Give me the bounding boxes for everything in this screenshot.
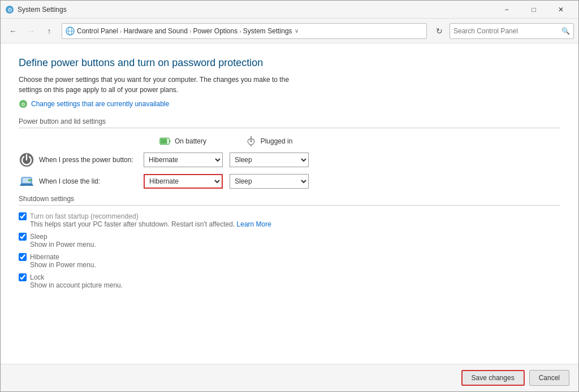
breadcrumb-system-settings[interactable]: System Settings bbox=[243, 27, 292, 35]
svg-rect-8 bbox=[161, 138, 167, 143]
sleep-checkbox[interactable] bbox=[19, 233, 27, 241]
plug-icon bbox=[245, 135, 257, 147]
power-button-plugged-in-select[interactable]: Do nothing Sleep Hibernate Shut down bbox=[230, 153, 309, 167]
save-changes-button[interactable]: Save changes bbox=[461, 370, 525, 386]
footer: Save changes Cancel bbox=[1, 364, 578, 391]
hibernate-row: Hibernate bbox=[19, 253, 560, 261]
title-bar-controls: − □ ✕ bbox=[494, 1, 574, 19]
fast-startup-checkbox[interactable] bbox=[19, 212, 27, 220]
address-bar[interactable]: Control Panel › Hardware and Sound › Pow… bbox=[62, 23, 427, 39]
col-on-battery: On battery bbox=[143, 135, 222, 147]
col-plugged-in: Plugged in bbox=[229, 135, 308, 147]
svg-point-17 bbox=[26, 185, 27, 186]
power-button-label: When I press the power button: bbox=[39, 156, 144, 164]
close-lid-plugged-in-select[interactable]: Do nothing Sleep Hibernate Shut down bbox=[230, 174, 309, 189]
page-description: Choose the power settings that you want … bbox=[19, 75, 313, 95]
shield-icon: ⚙ bbox=[19, 99, 28, 108]
shutdown-section-header: Shutdown settings bbox=[19, 195, 560, 206]
title-bar: ⚙ System Settings − □ ✕ bbox=[1, 1, 578, 19]
close-lid-label: When I close the lid: bbox=[39, 177, 144, 185]
sleep-item: Sleep Show in Power menu. bbox=[19, 233, 560, 249]
back-button[interactable]: ← bbox=[5, 23, 21, 39]
sleep-label: Sleep bbox=[30, 233, 47, 241]
close-lid-row: When I close the lid: Do nothing Sleep H… bbox=[19, 173, 560, 189]
lock-checkbox[interactable] bbox=[19, 273, 27, 281]
change-settings-link[interactable]: ⚙ Change settings that are currently una… bbox=[19, 99, 560, 108]
search-input[interactable] bbox=[453, 27, 561, 35]
lock-desc: Show in account picture menu. bbox=[30, 281, 560, 289]
search-icon[interactable]: 🔍 bbox=[561, 27, 570, 35]
breadcrumb-hardware-sound[interactable]: Hardware and Sound bbox=[123, 27, 187, 35]
power-button-on-battery-select[interactable]: Do nothing Sleep Hibernate Shut down bbox=[144, 153, 223, 167]
learn-more-link[interactable]: Learn More bbox=[237, 220, 271, 228]
window-icon: ⚙ bbox=[5, 5, 14, 14]
close-button[interactable]: ✕ bbox=[548, 1, 574, 19]
breadcrumb-chevron[interactable]: ∨ bbox=[295, 28, 299, 34]
close-lid-dropdowns: Do nothing Sleep Hibernate Shut down Do … bbox=[144, 174, 309, 189]
hibernate-item: Hibernate Show in Power menu. bbox=[19, 253, 560, 269]
search-box: 🔍 bbox=[450, 23, 574, 39]
minimize-button[interactable]: − bbox=[494, 1, 520, 19]
hibernate-label: Hibernate bbox=[30, 253, 59, 261]
power-button-section-header: Power button and lid settings bbox=[19, 117, 560, 128]
svg-text:⚙: ⚙ bbox=[21, 102, 25, 107]
breadcrumb-control-panel[interactable]: Control Panel bbox=[77, 27, 118, 35]
power-button-dropdowns: Do nothing Sleep Hibernate Shut down Do … bbox=[144, 153, 309, 167]
sleep-row: Sleep bbox=[19, 233, 560, 241]
address-bar-icon bbox=[66, 27, 75, 36]
hibernate-checkbox[interactable] bbox=[19, 253, 27, 261]
change-settings-anchor[interactable]: Change settings that are currently unava… bbox=[31, 100, 169, 108]
sleep-desc: Show in Power menu. bbox=[30, 241, 560, 249]
content-area: Define power buttons and turn on passwor… bbox=[1, 43, 578, 364]
col-on-battery-label: On battery bbox=[175, 137, 206, 145]
column-headers: On battery Plugged in bbox=[143, 135, 560, 147]
svg-text:⚙: ⚙ bbox=[7, 7, 12, 13]
fast-startup-label: Turn on fast startup (recommended) bbox=[30, 212, 139, 220]
power-button-row: When I press the power button: Do nothin… bbox=[19, 152, 560, 168]
cancel-button[interactable]: Cancel bbox=[529, 370, 569, 386]
lock-label: Lock bbox=[30, 273, 44, 281]
page-title: Define power buttons and turn on passwor… bbox=[19, 57, 560, 69]
maximize-button[interactable]: □ bbox=[521, 1, 547, 19]
power-button-icon bbox=[19, 152, 34, 168]
lock-row: Lock bbox=[19, 273, 560, 281]
refresh-button[interactable]: ↻ bbox=[431, 23, 447, 39]
lock-item: Lock Show in account picture menu. bbox=[19, 273, 560, 289]
col-plugged-in-label: Plugged in bbox=[261, 137, 293, 145]
fast-startup-row: Turn on fast startup (recommended) bbox=[19, 212, 560, 220]
forward-button[interactable]: → bbox=[23, 23, 39, 39]
lid-icon bbox=[19, 173, 34, 189]
breadcrumb-power-options[interactable]: Power Options bbox=[193, 27, 237, 35]
close-lid-on-battery-select[interactable]: Do nothing Sleep Hibernate Shut down bbox=[144, 174, 223, 189]
nav-bar: ← → ↑ Control Panel › Hardware and Sound… bbox=[1, 19, 578, 43]
shutdown-section: Shutdown settings Turn on fast startup (… bbox=[19, 195, 560, 289]
window: ⚙ System Settings − □ ✕ ← → ↑ Control Pa… bbox=[0, 0, 579, 392]
battery-icon bbox=[159, 135, 171, 147]
fast-startup-desc: This helps start your PC faster after sh… bbox=[30, 220, 560, 228]
up-button[interactable]: ↑ bbox=[41, 23, 57, 39]
hibernate-desc: Show in Power menu. bbox=[30, 261, 560, 269]
fast-startup-item: Turn on fast startup (recommended) This … bbox=[19, 212, 560, 228]
svg-rect-9 bbox=[169, 140, 170, 142]
window-title: System Settings bbox=[18, 6, 494, 14]
